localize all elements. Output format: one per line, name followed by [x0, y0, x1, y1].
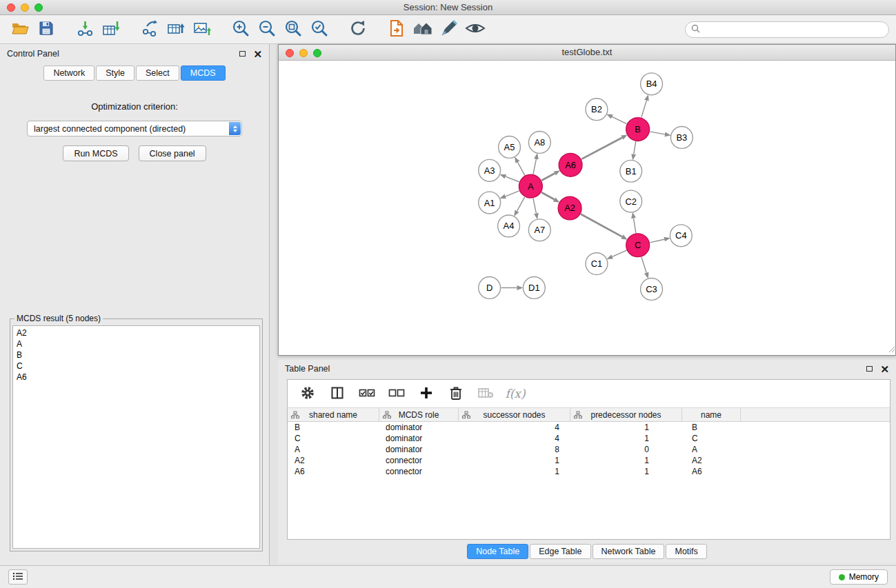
search-input[interactable] — [704, 25, 883, 34]
table-row[interactable]: A2connector11A2 — [288, 455, 890, 466]
select-all-button[interactable] — [355, 382, 379, 405]
graph-edge-A-A4[interactable] — [517, 197, 525, 211]
table-row[interactable]: Cdominator41C — [288, 433, 890, 444]
tab-network-table[interactable]: Network Table — [593, 544, 665, 559]
close-table-panel-icon[interactable]: ✕ — [880, 364, 889, 374]
mcds-result-item[interactable]: A6 — [17, 372, 256, 383]
save-session-button[interactable] — [33, 17, 59, 43]
tab-select[interactable]: Select — [136, 65, 179, 81]
deselect-all-button[interactable] — [385, 382, 408, 405]
graph-edge-C-C4[interactable] — [650, 239, 664, 243]
export-image-button[interactable] — [189, 17, 215, 43]
zoom-selected-button[interactable] — [306, 17, 332, 43]
table-cell: dominator — [379, 422, 459, 433]
table-row[interactable]: Bdominator41B — [288, 422, 890, 433]
mcds-result-item[interactable]: A2 — [17, 327, 256, 338]
network-canvas[interactable]: AA1A2A3A4A5A6A7A8BB1B2B3B4CC1C2C3C4DD1 — [279, 61, 895, 355]
graph-edge-A-A1[interactable] — [506, 191, 519, 196]
tab-network[interactable]: Network — [43, 65, 94, 81]
close-panel-icon[interactable]: ✕ — [253, 49, 262, 59]
mcds-result-item[interactable]: C — [17, 361, 256, 372]
select-all-icon — [359, 387, 375, 401]
tab-node-table[interactable]: Node Table — [467, 544, 528, 559]
criterion-dropdown[interactable]: largest connected component (directed) — [27, 121, 242, 136]
network-window-titlebar[interactable]: testGlobe.txt — [279, 45, 895, 61]
graph-edge-A-A5[interactable] — [517, 162, 524, 175]
zoom-fit-button[interactable] — [280, 17, 306, 43]
column-type-icon — [383, 411, 391, 421]
network-zoom-button[interactable] — [313, 49, 321, 57]
mcds-result-item[interactable]: B — [17, 349, 256, 361]
column-header-successor-nodes[interactable]: successor nodes — [459, 408, 570, 421]
float-panel-icon[interactable] — [239, 51, 246, 57]
graph-edge-A-A2[interactable] — [541, 192, 555, 199]
open-document-button[interactable] — [384, 17, 410, 43]
delete-table-button[interactable] — [474, 382, 497, 405]
tab-edge-table[interactable]: Edge Table — [530, 544, 590, 559]
table-panel-header: Table Panel ✕ — [278, 360, 896, 378]
memory-button[interactable]: Memory — [830, 569, 888, 585]
graph-edge-C-C2[interactable] — [634, 219, 636, 233]
graph-edge-A-A3[interactable] — [506, 176, 519, 182]
mcds-result-list[interactable]: A2ABCA6 — [12, 325, 260, 549]
main-toolbar — [0, 15, 896, 44]
network-overview-button[interactable] — [410, 17, 436, 43]
column-header-shared-name[interactable]: shared name — [288, 408, 379, 421]
table-settings-button[interactable] — [296, 382, 319, 405]
column-header-mcds-role[interactable]: MCDS role — [379, 408, 459, 421]
tab-style[interactable]: Style — [96, 65, 135, 81]
task-history-button[interactable] — [8, 569, 28, 585]
column-header-name[interactable]: name — [682, 408, 741, 421]
graph-edge-B-B3[interactable] — [650, 132, 665, 134]
level-of-detail-button[interactable] — [436, 17, 462, 43]
export-table-button[interactable] — [163, 17, 189, 43]
add-row-button[interactable] — [415, 382, 438, 405]
run-mcds-button[interactable]: Run MCDS — [63, 145, 128, 161]
close-panel-button[interactable]: Close panel — [139, 145, 206, 161]
graph-edge-A6-B[interactable] — [581, 138, 622, 159]
graph-edge-B-B1[interactable] — [634, 141, 636, 154]
fullscreen-window-button[interactable] — [34, 3, 43, 12]
import-table-button[interactable] — [98, 17, 124, 43]
table-cell: connector — [379, 455, 459, 466]
table-cell: A6 — [682, 466, 741, 477]
window-resize-grip[interactable] — [888, 344, 895, 354]
tab-mcds[interactable]: MCDS — [181, 65, 226, 81]
minimize-window-button[interactable] — [21, 3, 29, 12]
zoom-selected-icon — [310, 19, 329, 40]
search-box[interactable] — [685, 21, 889, 38]
open-file-button[interactable] — [7, 17, 33, 43]
graph-edge-A-A7[interactable] — [533, 199, 536, 214]
graph-edge-A-A6[interactable] — [541, 173, 555, 180]
table-row[interactable]: Adominator80A — [288, 444, 890, 455]
graph-edge-C-C3[interactable] — [641, 257, 646, 273]
import-network-button[interactable] — [72, 17, 98, 43]
graph-edge-A2-C[interactable] — [581, 214, 622, 237]
zoom-out-button[interactable] — [254, 17, 280, 43]
apply-layout-button[interactable] — [345, 17, 371, 43]
float-table-panel-icon[interactable] — [866, 366, 873, 372]
graph-node-label: A6 — [565, 160, 576, 170]
graph-edge-B-B2[interactable] — [612, 116, 626, 123]
delete-row-button[interactable] — [444, 382, 468, 405]
export-network-button[interactable] — [137, 17, 163, 43]
graph-edge-C-C1[interactable] — [613, 250, 627, 256]
export-table-icon — [166, 19, 186, 39]
node-table-body[interactable]: Bdominator41BCdominator41CAdominator80AA… — [288, 422, 890, 539]
table-row[interactable]: A6connector11A6 — [288, 466, 890, 477]
close-window-button[interactable] — [7, 3, 15, 12]
network-close-button[interactable] — [286, 49, 294, 57]
zoom-in-button[interactable] — [228, 17, 254, 43]
graph-edge-B-B4[interactable] — [641, 101, 646, 118]
delete-row-icon — [449, 385, 463, 403]
function-builder-button[interactable]: f(x) — [504, 382, 527, 405]
mcds-result-item[interactable]: A — [17, 338, 256, 349]
network-minimize-button[interactable] — [299, 49, 308, 57]
tab-motifs[interactable]: Motifs — [666, 544, 706, 559]
graph-edge-A-A8[interactable] — [533, 159, 536, 174]
column-visibility-button[interactable] — [326, 382, 349, 405]
table-cell: B — [288, 422, 379, 433]
column-header-predecessor-nodes[interactable]: predecessor nodes — [570, 408, 682, 421]
birds-eye-view-button[interactable] — [462, 17, 488, 43]
window-title: Session: New Session — [0, 0, 896, 14]
